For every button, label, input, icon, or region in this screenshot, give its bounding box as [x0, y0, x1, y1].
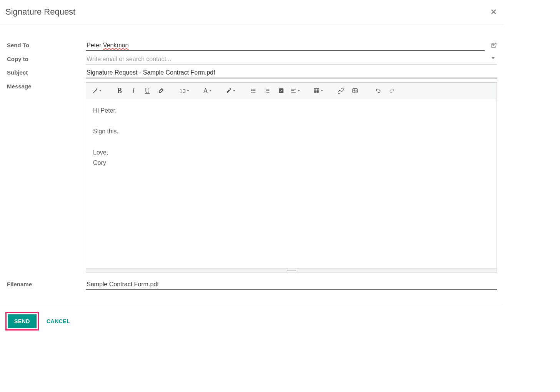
message-line: Love,: [93, 147, 490, 158]
filename-field-wrap: [86, 279, 497, 290]
redo-icon[interactable]: [385, 85, 398, 96]
font-size-button[interactable]: 13: [178, 85, 191, 96]
table-icon[interactable]: [312, 85, 325, 96]
copy-to-label: Copy to: [7, 54, 86, 62]
send-button[interactable]: SEND: [8, 314, 37, 328]
message-row: Message B I U: [7, 81, 497, 272]
copy-to-row: Copy to: [7, 54, 497, 65]
editor-resize-handle[interactable]: [86, 268, 497, 272]
svg-rect-16: [291, 92, 296, 92]
modal-header: Signature Request ✕: [0, 0, 504, 25]
close-icon[interactable]: ✕: [489, 7, 498, 17]
ordered-list-icon[interactable]: 123: [261, 85, 274, 96]
subject-field-wrap: [86, 68, 497, 78]
subject-label: Subject: [7, 68, 86, 76]
subject-row: Subject: [7, 68, 497, 78]
svg-rect-14: [291, 89, 296, 89]
svg-rect-2: [252, 89, 255, 89]
svg-rect-6: [252, 92, 255, 92]
svg-text:3: 3: [265, 91, 266, 93]
cancel-button[interactable]: CANCEL: [43, 315, 74, 328]
undo-icon[interactable]: [372, 85, 385, 96]
message-field-wrap: B I U 13 A: [86, 81, 497, 272]
editor-toolbar: B I U 13 A: [86, 83, 497, 99]
signature-request-modal: Signature Request ✕ Send To Peter Venkma…: [0, 0, 504, 342]
font-color-button[interactable]: A: [201, 85, 214, 96]
filename-row: Filename: [7, 279, 497, 290]
send-to-field-wrap: Peter Venkman: [86, 40, 497, 51]
send-to-label: Send To: [7, 40, 86, 48]
bold-button[interactable]: B: [113, 85, 126, 96]
svg-rect-15: [291, 90, 294, 91]
modal-footer: SEND CANCEL: [0, 305, 504, 342]
send-highlight: SEND: [5, 312, 39, 331]
underline-button[interactable]: U: [141, 85, 154, 96]
image-icon[interactable]: [348, 85, 362, 96]
italic-button[interactable]: I: [127, 85, 140, 96]
align-icon[interactable]: [288, 85, 302, 96]
message-line: Hi Peter,: [93, 105, 490, 116]
svg-point-1: [251, 89, 252, 90]
subject-input[interactable]: [86, 68, 497, 78]
message-editor[interactable]: Hi Peter, Sign this. Love, Cory: [86, 99, 497, 268]
svg-point-3: [251, 90, 252, 91]
filename-label: Filename: [7, 279, 86, 287]
highlight-icon[interactable]: [224, 85, 237, 96]
svg-rect-8: [266, 89, 269, 89]
copy-to-field-wrap: [86, 54, 497, 65]
rich-text-editor: B I U 13 A: [86, 82, 497, 272]
copy-to-input[interactable]: [86, 54, 497, 65]
svg-rect-17: [314, 89, 319, 93]
send-to-input[interactable]: Peter Venkman: [86, 40, 485, 51]
svg-rect-4: [252, 90, 255, 91]
message-line: Cory: [93, 158, 490, 168]
eraser-icon[interactable]: [155, 85, 168, 96]
magic-icon[interactable]: [90, 85, 103, 96]
svg-rect-13: [279, 88, 283, 93]
svg-point-23: [354, 90, 355, 91]
svg-rect-10: [266, 90, 269, 91]
link-icon[interactable]: [335, 85, 348, 96]
copy-to-dropdown-icon[interactable]: [492, 57, 495, 59]
unordered-list-icon[interactable]: [247, 85, 260, 96]
send-to-dropdown-icon[interactable]: [492, 43, 495, 45]
message-line: Sign this.: [93, 126, 490, 136]
modal-body: Send To Peter Venkman Copy to: [0, 25, 504, 305]
modal-title: Signature Request: [5, 7, 75, 17]
svg-point-5: [251, 92, 252, 93]
message-label: Message: [7, 81, 86, 90]
checkbox-icon[interactable]: [275, 85, 288, 96]
send-to-row: Send To Peter Venkman: [7, 40, 497, 51]
filename-input[interactable]: [86, 279, 497, 290]
svg-rect-12: [266, 92, 269, 92]
